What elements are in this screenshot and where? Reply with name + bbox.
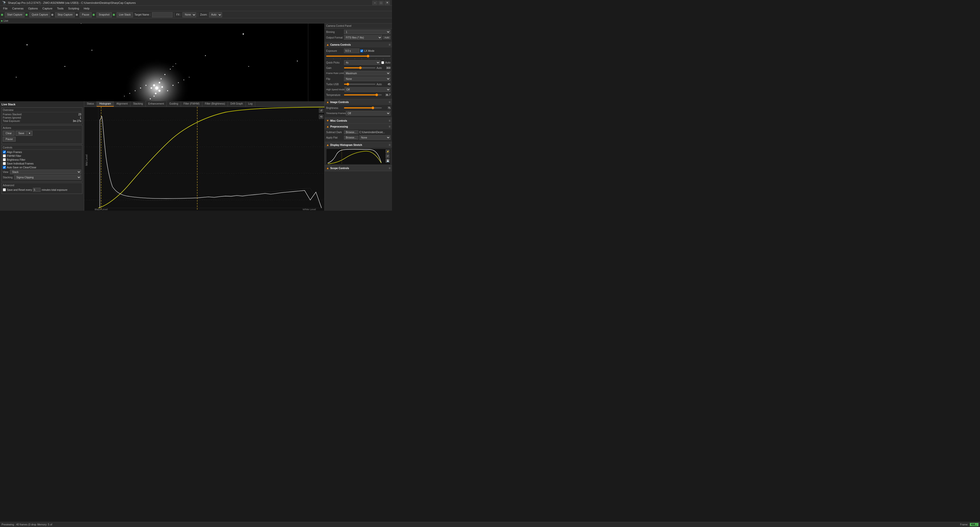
- histogram-tab-enhancement[interactable]: Enhancement: [146, 101, 167, 106]
- brightness-track: [344, 107, 382, 108]
- histogram-tab-filter--brightness-[interactable]: Filter (Brightness): [202, 101, 228, 106]
- histogram-tab-guiding[interactable]: Guiding: [167, 101, 181, 106]
- menu-item-help[interactable]: Help: [82, 6, 92, 11]
- live-stack-panel: Live Stack Overview Frames Stacked: 23 F…: [0, 101, 84, 211]
- flip-select[interactable]: None: [344, 76, 390, 81]
- temperature-slider[interactable]: [344, 93, 382, 97]
- histogram-tab-log[interactable]: Log: [246, 101, 256, 106]
- align-frames-checkbox[interactable]: [3, 151, 6, 154]
- save-button[interactable]: Save: [16, 131, 27, 136]
- target-name-label: Target Name :: [135, 13, 151, 16]
- auto-button[interactable]: Auto: [383, 36, 390, 39]
- preprocessing-menu-icon[interactable]: ≡: [389, 125, 390, 128]
- menu-item-cameras[interactable]: Cameras: [10, 6, 26, 11]
- exposure-slider[interactable]: [326, 54, 390, 58]
- turbo-thumb[interactable]: [347, 83, 349, 86]
- brightness-filter-checkbox[interactable]: [3, 158, 6, 161]
- fx-select[interactable]: None: [183, 12, 196, 17]
- image-controls-header[interactable]: ▲ Image Controls ≡: [325, 99, 392, 105]
- frames-stacked-label: Frames Stacked:: [3, 113, 22, 116]
- menu-item-capture[interactable]: Capture: [40, 6, 54, 11]
- display-histogram-menu-icon[interactable]: ≡: [389, 143, 390, 147]
- camera-controls-header[interactable]: ▲ Camera Controls ≡: [325, 42, 392, 48]
- histogram-bolt-button[interactable]: ⚡: [386, 149, 390, 154]
- quick-picks-select[interactable]: 4s: [344, 60, 380, 65]
- misc-controls-menu-icon[interactable]: ≡: [389, 119, 390, 122]
- start-capture-dot: [1, 14, 3, 16]
- apply-flat-select[interactable]: None: [360, 135, 390, 140]
- svg-point-11: [154, 96, 155, 97]
- fwhm-filter-checkbox[interactable]: [3, 154, 6, 157]
- exposure-ticks: [326, 59, 390, 59]
- gain-thumb[interactable]: [359, 67, 362, 69]
- start-capture-button[interactable]: Start Capture: [5, 12, 24, 17]
- turbo-usb-control: Auto 45: [344, 82, 390, 86]
- minimize-button[interactable]: −: [372, 0, 378, 5]
- histogram-tab-filter--fwhm-[interactable]: Filter (FWHM): [181, 101, 202, 106]
- lx-mode-checkbox[interactable]: [360, 49, 363, 52]
- image-controls-menu-icon[interactable]: ≡: [389, 100, 390, 104]
- timestamp-select[interactable]: Off: [346, 111, 390, 116]
- gain-slider[interactable]: [344, 66, 375, 70]
- pause-button[interactable]: Pause: [80, 12, 91, 17]
- histogram-save-button[interactable]: 💾: [386, 159, 390, 163]
- image-controls-content: Brightness 75 Timestamp Frames: [325, 105, 392, 117]
- output-format-select[interactable]: FITS files (*.fits): [344, 35, 382, 40]
- binning-select[interactable]: 1 2 4: [344, 30, 390, 34]
- clear-button[interactable]: Clear: [3, 131, 14, 136]
- stop-capture-button[interactable]: Stop Capture: [55, 12, 75, 17]
- status-indicator: [1, 20, 3, 22]
- misc-controls-header[interactable]: ▼ Misc Controls ≡: [325, 118, 392, 124]
- camera-controls-menu-icon[interactable]: ≡: [389, 43, 390, 46]
- live-stack-button[interactable]: Live Stack: [117, 12, 133, 17]
- save-individual-checkbox[interactable]: [3, 162, 6, 165]
- histogram-tab-status[interactable]: Status: [84, 101, 97, 106]
- minutes-input[interactable]: [33, 188, 41, 192]
- frame-rate-select[interactable]: Maximum: [344, 71, 390, 76]
- preprocessing-header[interactable]: ▲ Preprocessing ≡: [325, 124, 392, 129]
- snapshot-button[interactable]: Snapshot: [97, 12, 112, 17]
- scope-controls-header-left: ▲ Scope Controls: [326, 166, 349, 170]
- view-select[interactable]: Stack: [10, 170, 81, 174]
- high-speed-select[interactable]: Off: [345, 87, 390, 92]
- histogram-tab-drift-graph[interactable]: Drift Graph: [228, 101, 246, 106]
- menu-item-tools[interactable]: Tools: [55, 6, 65, 11]
- menu-item-options[interactable]: Options: [26, 6, 40, 11]
- close-button[interactable]: ✕: [384, 0, 390, 5]
- save-reset-checkbox[interactable]: [3, 188, 6, 191]
- brightness-thumb[interactable]: [372, 106, 374, 109]
- target-name-input[interactable]: [152, 12, 172, 17]
- histogram-tab-histogram[interactable]: Histogram: [97, 101, 114, 106]
- subtract-dark-browse[interactable]: Browse...: [344, 130, 358, 134]
- apply-flat-browse[interactable]: Browse...: [344, 136, 358, 140]
- scope-controls-header[interactable]: ▲ Scope Controls ≡: [325, 165, 392, 171]
- scope-controls-menu-icon[interactable]: ≡: [389, 166, 390, 170]
- histogram-refresh-button[interactable]: ↺: [386, 154, 390, 158]
- quick-capture-button[interactable]: Quick Capture: [29, 12, 50, 17]
- display-histogram-header[interactable]: ▲ Display Histogram Stretch ≡: [325, 142, 392, 148]
- save-dropdown-button[interactable]: ▼: [27, 131, 32, 136]
- brightness-slider[interactable]: [344, 106, 382, 110]
- zoom-select[interactable]: Auto: [209, 12, 222, 17]
- tick: [333, 59, 334, 59]
- stacking-select[interactable]: Sigma Clipping: [14, 175, 81, 179]
- binning-label: Binning: [326, 31, 344, 33]
- quick-picks-label: Quick Picks: [326, 61, 344, 64]
- quick-picks-auto-checkbox[interactable]: [381, 61, 384, 64]
- pause-live-stack-button[interactable]: Pause: [3, 137, 16, 141]
- menubar: FileCamerasOptionsCaptureToolsScriptingH…: [0, 6, 392, 11]
- auto-save-checkbox[interactable]: [3, 166, 6, 169]
- menu-item-scripting[interactable]: Scripting: [66, 6, 81, 11]
- temperature-label: Temperature: [326, 94, 344, 97]
- image-controls-section: ▲ Image Controls ≡ Brightness: [325, 99, 392, 118]
- histogram-tab-alignment[interactable]: Alignment: [114, 101, 130, 106]
- maximize-button[interactable]: □: [378, 0, 384, 5]
- titlebar-title-area: 🔭 SharpCap Pro (v3.2.5747) - ZWO ASI290M…: [2, 1, 136, 5]
- menu-item-file[interactable]: File: [1, 6, 10, 11]
- exposure-input[interactable]: [344, 48, 360, 53]
- exposure-thumb[interactable]: [367, 55, 369, 57]
- temp-thumb[interactable]: [375, 94, 378, 96]
- turbo-usb-row: Turbo USB Auto 45: [326, 82, 390, 86]
- turbo-usb-slider[interactable]: [344, 82, 375, 86]
- histogram-tab-stacking[interactable]: Stacking: [130, 101, 145, 106]
